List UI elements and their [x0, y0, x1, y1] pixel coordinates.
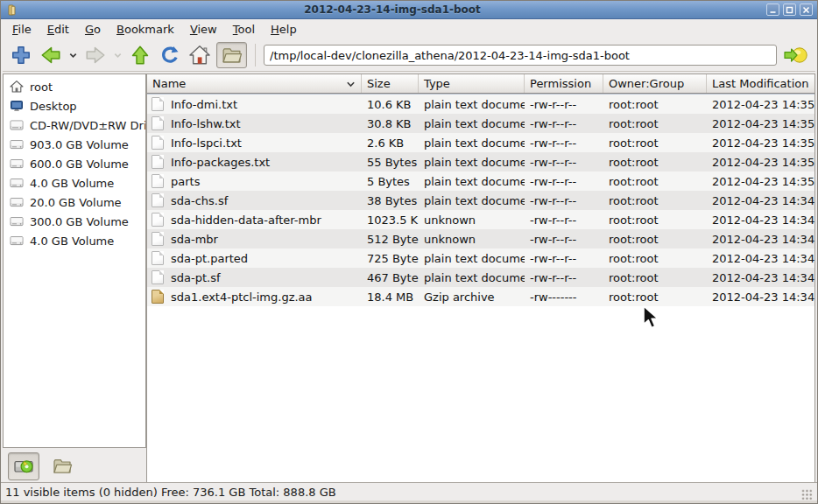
titlebar[interactable]: 2012-04-23-14-img-sda1-boot — [1, 1, 817, 19]
menu-view[interactable]: View — [182, 21, 225, 38]
sidebar-item-optical-drive[interactable]: CD-RW/DVD±RW Drive — [4, 116, 145, 135]
drive-icon — [10, 157, 24, 171]
file-permission: -rw-r--r-- — [525, 214, 603, 227]
status-text: 11 visible items (0 hidden) Free: 736.1 … — [5, 486, 336, 499]
menu-bookmark[interactable]: Bookmark — [109, 21, 182, 38]
list-header: Name Size Type Permission Owner:Group La… — [147, 74, 814, 94]
column-header-name[interactable]: Name — [147, 74, 362, 93]
file-size: 725 Bytes — [362, 252, 419, 265]
window-controls — [766, 4, 813, 16]
toolbar — [3, 39, 815, 72]
refresh-button[interactable] — [157, 42, 183, 68]
text-file-icon — [152, 232, 164, 246]
table-row[interactable]: sda-pt.sf 467 Bytes plain text document … — [147, 268, 814, 287]
column-header-last-modification[interactable]: Last Modification — [707, 74, 814, 93]
sidebar-item-volume[interactable]: 300.0 GB Volume — [4, 212, 145, 231]
resize-grip[interactable] — [801, 489, 813, 500]
file-permission: -rw-r--r-- — [525, 271, 603, 284]
optical-drive-icon — [10, 118, 24, 132]
text-file-icon — [152, 213, 164, 227]
table-row[interactable]: Info-lshw.txt 30.8 KB plain text documen… — [147, 114, 814, 133]
table-row[interactable]: sda-hidden-data-after-mbr 1023.5 KB unkn… — [147, 210, 814, 229]
new-tab-button[interactable] — [8, 42, 34, 68]
text-file-icon — [152, 270, 164, 284]
menu-edit[interactable]: Edit — [39, 21, 77, 38]
places-view-icon — [13, 456, 34, 477]
file-size: 1023.5 KB — [362, 214, 419, 227]
sidebar-item-volume[interactable]: 20.0 GB Volume — [4, 192, 145, 212]
file-name: sda1.ext4-ptcl-img.gz.aa — [171, 290, 313, 304]
directory-tree-button[interactable] — [46, 452, 78, 480]
file-permission: -rw-r--r-- — [525, 233, 603, 246]
up-button[interactable] — [127, 42, 153, 68]
side-pane-folder-icon — [221, 45, 243, 66]
menu-tool[interactable]: Tool — [225, 21, 263, 38]
column-header-owner-group[interactable]: Owner:Group — [603, 74, 707, 93]
file-size: 18.4 MB — [362, 290, 419, 304]
column-header-permission[interactable]: Permission — [525, 74, 603, 93]
table-row[interactable]: Info-packages.txt 55 Bytes plain text do… — [147, 152, 814, 172]
menu-help[interactable]: Help — [263, 21, 305, 38]
sidebar-item-volume[interactable]: 903.0 GB Volume — [4, 135, 145, 154]
forward-button[interactable] — [82, 42, 109, 68]
sidebar-item-volume[interactable]: 4.0 GB Volume — [4, 173, 145, 192]
table-row[interactable]: parts 5 Bytes plain text document -rw-r-… — [147, 172, 814, 191]
table-row[interactable]: sda-mbr 512 Bytes unknown -rw-r--r-- roo… — [147, 229, 814, 248]
close-button[interactable] — [800, 4, 813, 16]
back-history-button[interactable] — [67, 51, 79, 60]
file-size: 38 Bytes — [362, 194, 419, 207]
forward-history-button[interactable] — [112, 51, 123, 60]
file-owner: root:root — [603, 194, 707, 207]
home-icon — [10, 80, 24, 94]
file-name: Info-lspci.txt — [171, 136, 242, 150]
file-owner: root:root — [603, 175, 707, 188]
side-pane-toggle-button[interactable] — [216, 42, 247, 68]
minimize-button[interactable] — [766, 4, 779, 16]
sort-descending-chevron-icon — [346, 80, 356, 88]
file-permission: -rw-r--r-- — [525, 156, 603, 169]
maximize-button[interactable] — [783, 4, 796, 16]
refresh-icon — [159, 44, 181, 66]
sidebar-item-desktop[interactable]: Desktop — [4, 96, 145, 116]
file-modified: 2012-04-23 14:35 — [707, 156, 814, 169]
drive-icon — [10, 234, 24, 248]
file-owner: root:root — [603, 233, 707, 246]
jump-to-icon — [782, 45, 808, 66]
drive-icon — [10, 176, 24, 190]
table-row[interactable]: sda-chs.sf 38 Bytes plain text document … — [147, 191, 814, 210]
table-row[interactable]: Info-dmi.txt 10.6 KB plain text document… — [147, 94, 814, 114]
home-button[interactable] — [187, 42, 213, 68]
menu-go[interactable]: Go — [77, 21, 109, 38]
file-type: Gzip archive — [419, 290, 525, 304]
sidebar-item-label: 903.0 GB Volume — [30, 138, 129, 151]
window-title: 2012-04-23-14-img-sda1-boot — [18, 4, 766, 16]
column-header-size[interactable]: Size — [362, 74, 419, 93]
sidebar-item-label: 20.0 GB Volume — [30, 196, 122, 209]
file-type: plain text document — [419, 156, 525, 169]
table-row[interactable]: Info-lspci.txt 2.6 KB plain text documen… — [147, 133, 814, 152]
file-modified: 2012-04-23 14:35 — [707, 98, 814, 111]
column-header-type[interactable]: Type — [419, 74, 525, 93]
file-type: plain text document — [419, 98, 525, 111]
file-owner: root:root — [603, 214, 707, 227]
file-size: 55 Bytes — [362, 156, 419, 169]
sidebar-item-label: 4.0 GB Volume — [30, 177, 114, 190]
table-row[interactable]: sda1.ext4-ptcl-img.gz.aa 18.4 MB Gzip ar… — [147, 287, 814, 306]
table-row[interactable]: sda-pt.parted 725 Bytes plain text docum… — [147, 248, 814, 268]
address-input[interactable] — [264, 45, 777, 66]
file-permission: -rw-r--r-- — [525, 252, 603, 265]
file-type: plain text document — [419, 136, 525, 150]
file-name: sda-mbr — [171, 233, 218, 246]
text-file-icon — [152, 116, 164, 130]
file-list: Info-dmi.txt 10.6 KB plain text document… — [147, 94, 814, 306]
back-button[interactable] — [38, 42, 64, 68]
file-name: sda-pt.parted — [171, 252, 248, 265]
go-button[interactable] — [780, 42, 810, 68]
file-name: sda-pt.sf — [171, 271, 221, 284]
sidebar-item-volume[interactable]: 4.0 GB Volume — [4, 231, 145, 250]
places-view-button[interactable] — [8, 452, 39, 480]
up-icon — [129, 44, 152, 66]
sidebar-item-root[interactable]: root — [4, 77, 145, 96]
menu-file[interactable]: File — [4, 21, 39, 38]
sidebar-item-volume[interactable]: 600.0 GB Volume — [4, 154, 145, 173]
